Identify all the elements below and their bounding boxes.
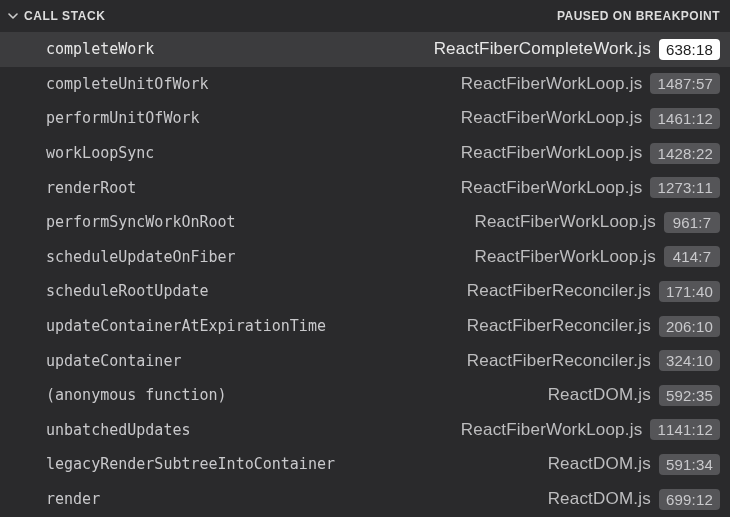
stack-frame[interactable]: performSyncWorkOnRootReactFiberWorkLoop.… bbox=[0, 205, 730, 240]
frame-file: ReactFiberWorkLoop.js bbox=[474, 212, 656, 232]
frame-location: 324:10 bbox=[659, 350, 720, 371]
call-stack-frames: completeWorkReactFiberCompleteWork.js638… bbox=[0, 32, 730, 516]
frame-function: updateContainerAtExpirationTime bbox=[46, 317, 326, 335]
frame-location: 206:10 bbox=[659, 316, 720, 337]
frame-function: workLoopSync bbox=[46, 144, 154, 162]
stack-frame[interactable]: workLoopSyncReactFiberWorkLoop.js1428:22 bbox=[0, 136, 730, 171]
frame-location: 1141:12 bbox=[650, 419, 720, 440]
frame-function: scheduleRootUpdate bbox=[46, 282, 209, 300]
stack-frame[interactable]: performUnitOfWorkReactFiberWorkLoop.js14… bbox=[0, 101, 730, 136]
stack-frame[interactable]: completeWorkReactFiberCompleteWork.js638… bbox=[0, 32, 730, 67]
frame-function: scheduleUpdateOnFiber bbox=[46, 248, 236, 266]
frame-function: (anonymous function) bbox=[46, 386, 227, 404]
frame-function: completeWork bbox=[46, 40, 154, 58]
pause-status: PAUSED ON BREAKPOINT bbox=[557, 9, 720, 23]
frame-file: ReactFiberWorkLoop.js bbox=[461, 143, 643, 163]
frame-function: unbatchedUpdates bbox=[46, 421, 191, 439]
frame-file: ReactDOM.js bbox=[548, 385, 651, 405]
frame-file: ReactFiberWorkLoop.js bbox=[461, 74, 643, 94]
frame-location: 171:40 bbox=[659, 281, 720, 302]
frame-file: ReactDOM.js bbox=[548, 454, 651, 474]
frame-location: 638:18 bbox=[659, 39, 720, 60]
frame-location: 1461:12 bbox=[650, 108, 720, 129]
frame-function: performSyncWorkOnRoot bbox=[46, 213, 236, 231]
header-left: CALL STACK bbox=[8, 9, 106, 23]
frame-location: 699:12 bbox=[659, 489, 720, 510]
frame-file: ReactFiberWorkLoop.js bbox=[461, 108, 643, 128]
frame-file: ReactDOM.js bbox=[548, 489, 651, 509]
frame-location: 414:7 bbox=[664, 246, 720, 267]
stack-frame[interactable]: renderRootReactFiberWorkLoop.js1273:11 bbox=[0, 170, 730, 205]
stack-frame[interactable]: scheduleRootUpdateReactFiberReconciler.j… bbox=[0, 274, 730, 309]
frame-function: legacyRenderSubtreeIntoContainer bbox=[46, 455, 335, 473]
section-title: CALL STACK bbox=[24, 9, 106, 23]
frame-location: 1428:22 bbox=[650, 143, 720, 164]
stack-frame[interactable]: completeUnitOfWorkReactFiberWorkLoop.js1… bbox=[0, 67, 730, 102]
frame-location: 591:34 bbox=[659, 454, 720, 475]
stack-frame[interactable]: renderReactDOM.js699:12 bbox=[0, 482, 730, 517]
stack-frame[interactable]: updateContainerAtExpirationTimeReactFibe… bbox=[0, 309, 730, 344]
frame-file: ReactFiberReconciler.js bbox=[467, 281, 651, 301]
frame-file: ReactFiberCompleteWork.js bbox=[434, 39, 651, 59]
frame-function: render bbox=[46, 490, 100, 508]
frame-location: 592:35 bbox=[659, 385, 720, 406]
call-stack-panel: CALL STACK PAUSED ON BREAKPOINT complete… bbox=[0, 0, 730, 517]
stack-frame[interactable]: legacyRenderSubtreeIntoContainerReactDOM… bbox=[0, 447, 730, 482]
frame-file: ReactFiberReconciler.js bbox=[467, 351, 651, 371]
frame-location: 1273:11 bbox=[650, 177, 720, 198]
frame-file: ReactFiberWorkLoop.js bbox=[461, 420, 643, 440]
frame-function: completeUnitOfWork bbox=[46, 75, 209, 93]
frame-function: updateContainer bbox=[46, 352, 181, 370]
frame-file: ReactFiberWorkLoop.js bbox=[474, 247, 656, 267]
frame-function: performUnitOfWork bbox=[46, 109, 200, 127]
frame-file: ReactFiberReconciler.js bbox=[467, 316, 651, 336]
frame-function: renderRoot bbox=[46, 179, 136, 197]
stack-frame[interactable]: unbatchedUpdatesReactFiberWorkLoop.js114… bbox=[0, 413, 730, 448]
frame-location: 961:7 bbox=[664, 212, 720, 233]
chevron-down-icon[interactable] bbox=[8, 11, 18, 21]
stack-frame[interactable]: (anonymous function)ReactDOM.js592:35 bbox=[0, 378, 730, 413]
stack-frame[interactable]: scheduleUpdateOnFiberReactFiberWorkLoop.… bbox=[0, 240, 730, 275]
call-stack-header[interactable]: CALL STACK PAUSED ON BREAKPOINT bbox=[0, 0, 730, 32]
stack-frame[interactable]: updateContainerReactFiberReconciler.js32… bbox=[0, 343, 730, 378]
frame-file: ReactFiberWorkLoop.js bbox=[461, 178, 643, 198]
frame-location: 1487:57 bbox=[650, 73, 720, 94]
